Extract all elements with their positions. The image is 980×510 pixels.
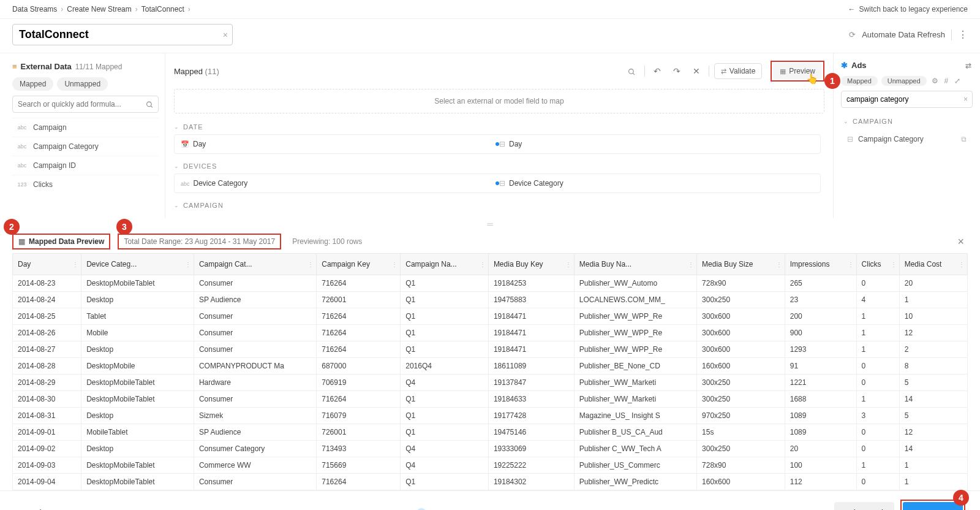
field-name: Campaign — [33, 123, 67, 132]
pill-unmapped[interactable]: Unmapped — [57, 77, 108, 91]
clear-search-icon[interactable]: × — [963, 95, 968, 104]
column-header[interactable]: Media Buy Key⋮ — [488, 254, 574, 275]
table-cell: Consumer — [194, 474, 316, 490]
column-menu-icon[interactable]: ⋮ — [391, 261, 398, 268]
table-cell: 19177428 — [488, 408, 574, 424]
table-row: 2014-09-02DesktopConsumer Category713493… — [13, 441, 968, 457]
column-menu-icon[interactable]: ⋮ — [848, 261, 854, 268]
map-row[interactable]: 📅Day⊟Day — [174, 134, 821, 154]
crumb-totalconnect[interactable]: TotalConnect — [141, 5, 184, 13]
field-search-input[interactable] — [12, 96, 159, 113]
table-cell: 1 — [856, 308, 899, 325]
table-cell: 1 — [899, 292, 967, 308]
close-preview-icon[interactable]: × — [954, 235, 968, 248]
create-button[interactable]: Create — [903, 502, 963, 510]
type-icon: abc — [181, 180, 190, 187]
table-cell: Desktop — [81, 292, 194, 308]
field-row[interactable]: abcCampaign ID — [12, 156, 159, 175]
column-header[interactable]: Day⋮ — [13, 254, 81, 275]
map-row[interactable]: abcDevice Category⊟Device Category — [174, 173, 821, 193]
column-header[interactable]: Campaign Na...⋮ — [401, 254, 489, 275]
table-cell: Q4 — [401, 457, 489, 474]
table-cell: Publisher C_WW_Tech A — [574, 441, 696, 457]
pill-mapped[interactable]: Mapped — [12, 77, 53, 91]
table-cell: Publisher_WW_Marketi — [574, 391, 696, 408]
table-cell: 716264 — [317, 325, 401, 341]
table-row: 2014-08-31DesktopSizmek716079Q119177428M… — [13, 408, 968, 424]
map-group-label[interactable]: ⌄DATE — [174, 120, 821, 134]
table-cell: 713493 — [317, 441, 401, 457]
divider — [709, 66, 709, 77]
table-cell: 0 — [856, 275, 899, 292]
table-cell: 2014-09-04 — [13, 474, 81, 490]
stream-title-input[interactable] — [12, 24, 233, 45]
table-cell: 14 — [899, 441, 967, 457]
table-cell: Tablet — [81, 308, 194, 325]
search-icon[interactable] — [624, 64, 639, 78]
table-cell: Publisher_WW_WPP_Re — [574, 308, 696, 325]
close-icon[interactable]: ✕ — [689, 64, 704, 78]
divider — [644, 66, 645, 77]
table-cell: 300x250 — [697, 292, 785, 308]
column-header[interactable]: Media Buy Na...⋮ — [574, 254, 696, 275]
drag-handle-icon[interactable]: ═ — [0, 218, 980, 230]
switch-legacy-link[interactable]: ← Switch back to legacy experience — [848, 5, 968, 13]
column-header[interactable]: Campaign Key⋮ — [317, 254, 401, 275]
table-cell: 1089 — [785, 408, 856, 424]
table-cell: 19184253 — [488, 275, 574, 292]
crumb-create-new[interactable]: Create New Stream — [67, 5, 131, 13]
table-cell: DesktopMobile — [81, 358, 194, 375]
preview-label: ▦ Mapped Data Preview — [12, 234, 110, 249]
table-cell: 160x600 — [697, 474, 785, 490]
column-menu-icon[interactable]: ⋮ — [959, 261, 965, 268]
field-row[interactable]: abcCampaign — [12, 118, 159, 137]
table-cell: 726001 — [317, 424, 401, 441]
map-group-label[interactable]: ⌄DEVICES — [174, 159, 821, 173]
pill-unmapped-right[interactable]: Unmapped — [881, 76, 927, 86]
automate-refresh-link[interactable]: Automate Data Refresh — [862, 30, 945, 39]
advanced-button[interactable]: Advanced — [834, 502, 894, 510]
field-row[interactable]: 123Clicks — [12, 175, 159, 194]
callout-1: 1 — [824, 73, 840, 89]
table-cell: 0 — [856, 375, 899, 391]
table-cell: 716264 — [317, 308, 401, 325]
clear-title-icon[interactable]: × — [223, 30, 228, 40]
kebab-menu-icon[interactable]: ⋮ — [958, 29, 968, 40]
table-cell: 2014-08-26 — [13, 325, 81, 341]
redo-icon[interactable]: ↷ — [669, 64, 684, 78]
field-row[interactable]: abcCampaign Category — [12, 137, 159, 156]
grid-icon: ▦ — [780, 67, 786, 75]
column-header[interactable]: Media Cost⋮ — [899, 254, 967, 275]
gear-icon[interactable]: ⚙ — [930, 77, 940, 85]
column-menu-icon[interactable]: ⋮ — [307, 261, 314, 268]
campaign-category-item[interactable]: ⊟ Campaign Category ⧉ — [841, 130, 973, 148]
column-header[interactable]: Clicks⋮ — [856, 254, 899, 275]
pill-mapped-right[interactable]: Mapped — [841, 76, 878, 86]
table-cell: 112 — [785, 474, 856, 490]
column-menu-icon[interactable]: ⋮ — [776, 261, 782, 268]
column-header[interactable]: Media Buy Size⋮ — [697, 254, 785, 275]
column-menu-icon[interactable]: ⋮ — [72, 261, 78, 268]
column-menu-icon[interactable]: ⋮ — [891, 261, 897, 268]
crumb-data-streams[interactable]: Data Streams — [12, 5, 57, 13]
undo-icon[interactable]: ↶ — [650, 64, 665, 78]
share-icon[interactable]: ⇄ — [964, 61, 973, 70]
campaign-group-toggle[interactable]: ⌄ CAMPAIGN — [841, 113, 973, 130]
validate-button[interactable]: ⇄ Validate — [714, 63, 762, 79]
table-cell: Publisher_BE_None_CD — [574, 358, 696, 375]
table-cell: 19184471 — [488, 308, 574, 325]
column-menu-icon[interactable]: ⋮ — [688, 261, 694, 268]
collapse-icon[interactable]: ⤢ — [953, 77, 962, 85]
column-header[interactable]: Device Categ...⋮ — [81, 254, 194, 275]
hash-icon[interactable]: # — [943, 77, 950, 85]
table-cell: Q1 — [401, 292, 489, 308]
column-menu-icon[interactable]: ⋮ — [185, 261, 191, 268]
column-menu-icon[interactable]: ⋮ — [480, 261, 486, 268]
refresh-icon: ⟳ — [849, 30, 856, 39]
ads-search-input[interactable] — [841, 91, 973, 108]
table-cell: Q4 — [401, 375, 489, 391]
map-group-label[interactable]: ⌄CAMPAIGN — [174, 198, 821, 213]
column-header[interactable]: Impressions⋮ — [785, 254, 856, 275]
column-menu-icon[interactable]: ⋮ — [565, 261, 571, 268]
column-header[interactable]: Campaign Cat...⋮ — [194, 254, 316, 275]
